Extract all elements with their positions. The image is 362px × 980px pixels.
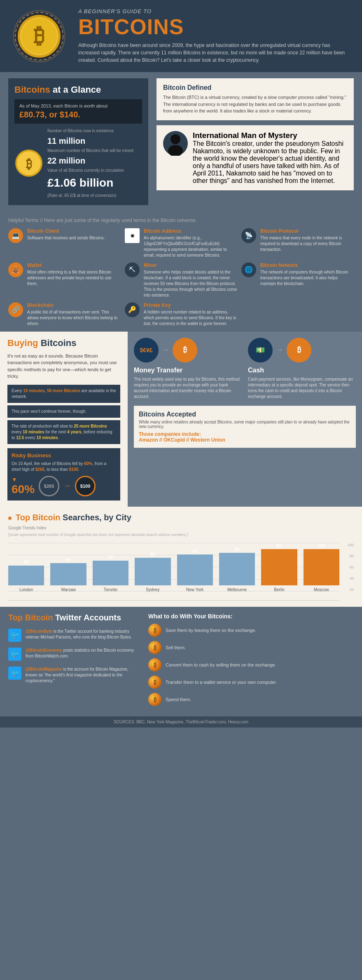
mystery-title: International Man of Mystery bbox=[193, 131, 347, 140]
chart-note: [Scale represents total number of Google… bbox=[8, 533, 354, 537]
twitter-left: Top Bitcoin Twitter Accounts 🐦 @BitcoinB… bbox=[8, 613, 140, 710]
svg-text:₿: ₿ bbox=[26, 157, 32, 171]
buying-right: $€¥£ → ₿ Money Transfer The most widely … bbox=[128, 332, 362, 507]
bar-chart: 40London45Warsaw50Toronto56Sydney62New Y… bbox=[8, 543, 339, 601]
todo-item: ₿Transfer them to a wallet service or yo… bbox=[148, 676, 354, 689]
bar-value-new york: 62 bbox=[192, 548, 197, 553]
twitter-bird-icon-3: 🐦 bbox=[8, 667, 21, 680]
term-wallet: 👜 Wallet Most often referring to a file … bbox=[8, 262, 121, 298]
bar-value-toronto: 50 bbox=[108, 554, 113, 559]
term-miner: ⛏ Miner Someone who helps create blocks … bbox=[125, 262, 237, 298]
bar-london bbox=[8, 566, 44, 585]
term-bitcoin-client-title: Bitcoin Client bbox=[27, 228, 105, 234]
term-miner-title: Miner bbox=[144, 262, 237, 268]
todo-text: Transfer them to a wallet service or you… bbox=[166, 680, 277, 685]
glance-value: £80.73, or $140. bbox=[19, 110, 137, 119]
todo-coin-icon: ₿ bbox=[148, 641, 161, 654]
term-blockchain-desc: A public list of all transactions ever s… bbox=[27, 309, 121, 327]
todo-item: ₿Convert them to cash by selling them on… bbox=[148, 658, 354, 671]
footer: SOURCES: BBC, New York Magazine, TheBitc… bbox=[0, 716, 362, 727]
tweet-1: 🐦 @BitcoinByte is the Twitter account fo… bbox=[8, 629, 140, 642]
accepted-desc: While many online retailers already acce… bbox=[139, 420, 351, 429]
bar-city-toronto: Toronto bbox=[104, 587, 117, 592]
svg-point-9 bbox=[170, 134, 180, 144]
bar-warsaw bbox=[50, 563, 86, 585]
chart-subtitle: Google Trends Index bbox=[8, 526, 354, 530]
glance-left: Bitcoins at a Glance As of May 2013, eac… bbox=[8, 78, 148, 205]
chart-dot bbox=[8, 517, 12, 520]
term-bitcoin-protocol-desc: This means that every node in the networ… bbox=[260, 235, 354, 253]
svg-text:₿: ₿ bbox=[34, 24, 44, 48]
mystery-text: International Man of Mystery The Bitcoin… bbox=[193, 131, 347, 185]
todo-list: ₿Save them by leaving them on the exchan… bbox=[148, 624, 354, 706]
bitcoin-address-icon: ▣ bbox=[125, 228, 140, 243]
private-key-icon: 🔑 bbox=[125, 302, 140, 317]
term-bitcoin-client-desc: Software that receives and sends Bitcoin… bbox=[27, 235, 105, 241]
bar-wrapper-moscow: 100Moscow bbox=[304, 543, 339, 592]
mystery-desc: The Bitcoin's creator, under the pseudon… bbox=[193, 140, 347, 185]
accepted-companies-label: Those companies include: bbox=[139, 431, 351, 437]
todo-coin-icon: ₿ bbox=[148, 624, 161, 637]
term-miner-desc: Someone who helps create blocks added to… bbox=[144, 269, 237, 298]
bar-city-berlin: Berlin bbox=[274, 587, 285, 592]
helpful-terms-section: Helpful Terms // Here are just some of t… bbox=[0, 211, 362, 332]
cash-transfer: 💵 → ₿ Cash Cash-payment services, like M… bbox=[248, 338, 356, 400]
header-coin: ₿ bbox=[12, 9, 66, 63]
currency-symbol-icon: $€¥£ bbox=[134, 338, 159, 363]
bar-melbourne bbox=[219, 553, 255, 585]
glance-rate: (Rate at .65 £/$ at time of conversion) bbox=[47, 192, 133, 199]
bitcoin-network-icon: 🌐 bbox=[241, 262, 256, 277]
term-bitcoin-network-desc: The network of computers through which B… bbox=[260, 269, 354, 287]
bar-wrapper-toronto: 50Toronto bbox=[93, 543, 128, 592]
term-bitcoin-address-title: Bitcoin Address bbox=[144, 228, 237, 234]
price-old: $265 bbox=[39, 476, 59, 496]
term-wallet-desc: Most often referring to a file that stor… bbox=[27, 269, 121, 287]
bar-wrapper-sydney: 56Sydney bbox=[135, 543, 170, 592]
svg-point-10 bbox=[168, 145, 183, 156]
cash-title: Cash bbox=[248, 367, 356, 374]
glance-section: Bitcoins at a Glance As of May 2013, eac… bbox=[0, 72, 362, 211]
accepted-box: Bitcoins Accepted While many online reta… bbox=[134, 406, 356, 448]
tweet-3: 🐦 @BitcoinMagazine is the account for Bi… bbox=[8, 667, 140, 684]
risky-business: Risky Business On 10 April, the value of… bbox=[7, 448, 120, 501]
todo-item: ₿Sell them. bbox=[148, 641, 354, 654]
term-private-key-title: Private Key bbox=[144, 302, 237, 308]
buying-left: Buying Bitcoins It's not as easy as it s… bbox=[0, 332, 128, 507]
terms-subheader: // Here are just some of the regularly u… bbox=[40, 218, 197, 223]
header-title: BITCOINS bbox=[78, 16, 350, 37]
buying-title: Buying Bitcoins bbox=[7, 338, 120, 348]
bar-value-berlin: 81 bbox=[277, 543, 282, 548]
cash-arrow-icon: → bbox=[276, 338, 283, 363]
header-text: A Beginner's Guide to BITCOINS Although … bbox=[78, 8, 350, 64]
what-to-do-title: What to do With Your Bitcoins: bbox=[148, 613, 354, 620]
bar-toronto bbox=[93, 561, 128, 585]
bar-value-sydney: 56 bbox=[150, 552, 155, 557]
bar-city-london: London bbox=[19, 587, 33, 592]
glance-value-box: As of May 2013, each Bitcoin is worth ab… bbox=[14, 99, 142, 124]
twitter-title: Top Bitcoin Twitter Accounts bbox=[8, 613, 140, 622]
bar-berlin bbox=[261, 549, 297, 585]
transfer-grid: $€¥£ → ₿ Money Transfer The most widely … bbox=[134, 338, 356, 400]
term-bitcoin-protocol-title: Bitcoin Protocol bbox=[260, 228, 354, 234]
bar-wrapper-berlin: 81Berlin bbox=[261, 543, 297, 592]
todo-coin-icon: ₿ bbox=[148, 693, 161, 706]
todo-coin-icon: ₿ bbox=[148, 676, 161, 689]
bar-city-melbourne: Melbourne bbox=[227, 587, 247, 592]
tweet-text-3: @BitcoinMagazine is the account for Bitc… bbox=[26, 667, 140, 684]
term-blockchain-title: Blockchain bbox=[27, 302, 121, 308]
buying-section: Buying Bitcoins It's not as easy as it s… bbox=[0, 332, 362, 507]
bitcoin-symbol-icon: ₿ bbox=[173, 338, 197, 363]
glance-title: Bitcoins at a Glance bbox=[14, 84, 142, 95]
todo-text: Sell them. bbox=[166, 645, 186, 650]
bar-sydney bbox=[135, 558, 170, 585]
wallet-icon: 👜 bbox=[8, 262, 23, 277]
term-wallet-title: Wallet bbox=[27, 262, 121, 268]
twitter-section: Top Bitcoin Twitter Accounts 🐦 @BitcoinB… bbox=[0, 607, 362, 716]
price-new: $100 bbox=[75, 476, 96, 496]
term-bitcoin-address-desc: An alphanumeric identifier (e.g., 13ignD… bbox=[144, 235, 237, 258]
todo-text: Save them by leaving them on the exchang… bbox=[166, 628, 256, 633]
bar-wrapper-warsaw: 45Warsaw bbox=[50, 543, 86, 592]
bar-value-warsaw: 45 bbox=[66, 557, 71, 562]
bar-value-london: 40 bbox=[24, 559, 29, 564]
term-bitcoin-network: 🌐 Bitcoin Network The network of compute… bbox=[241, 262, 354, 298]
